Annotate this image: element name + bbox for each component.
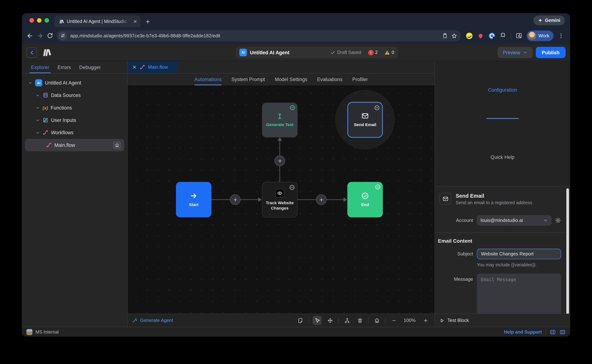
error-icon: ! [368,50,374,55]
add-step-button[interactable] [230,194,241,205]
mindstudio-logo[interactable] [42,48,52,57]
pan-tool[interactable] [326,316,335,325]
chevron-down-icon[interactable] [36,105,40,110]
home-flow-button[interactable] [113,141,121,150]
tree-item-workflows[interactable]: Workflows [22,126,127,139]
extension-1password-icon[interactable] [489,32,495,39]
tree-item-functions[interactable]: (x) Functions [22,102,127,114]
tab-profiler[interactable]: Profiler [352,74,368,85]
tab-evaluations[interactable]: Evaluations [317,74,342,85]
generate-agent-button[interactable]: Generate Agent [132,318,173,323]
flow-canvas[interactable]: Start Track Website Changes End [128,86,434,313]
account-settings-gear-icon[interactable] [555,217,561,223]
tree-item-main-flow[interactable]: Main.flow [25,139,124,151]
node-start[interactable]: Start [176,182,211,217]
scrollbar-thumb[interactable] [566,188,569,314]
chevron-down-icon[interactable] [28,80,33,85]
new-tab-button[interactable] [145,19,151,25]
tree-item-agent-root[interactable]: AI Untitled AI Agent [22,77,127,89]
tab-debugger[interactable]: Debugger [79,61,101,73]
error-counter[interactable]: ! 2 [368,50,378,55]
chevron-down-icon[interactable] [36,118,40,123]
auto-layout-tool[interactable] [342,316,352,325]
clipboard-icon[interactable] [442,33,448,39]
publish-button[interactable]: Publish [536,47,566,58]
file-tab-main-flow[interactable]: Main.flow [128,61,177,73]
tab-explorer[interactable]: Explorer [31,61,49,73]
collapse-node-icon[interactable] [375,184,381,190]
play-icon [440,318,444,323]
tab-close-icon[interactable] [133,19,138,24]
node-end[interactable]: End [347,182,383,217]
browser-tab[interactable]: Untitled AI Agent | MindStudio [54,15,140,27]
fit-view-tool[interactable] [372,316,381,325]
account-select[interactable]: louis@mindstudio.ai [477,215,552,226]
extension-banana-icon[interactable] [466,32,473,39]
draft-status: Draft Saved [330,50,361,55]
node-send-email[interactable]: Send Email [347,102,383,138]
test-block-button[interactable]: Test Block [435,313,570,327]
sparkle-icon [538,18,543,23]
chevron-down-icon[interactable] [36,130,40,135]
address-bar[interactable]: app.mindstudio.ai/agents/9937ce3e-b7e3-4… [57,30,461,41]
app-back-button[interactable] [26,47,37,58]
explorer-sidebar: Explorer Errors Debugger AI Untitled AI … [22,61,128,327]
tab-model-settings[interactable]: Model Settings [275,74,307,85]
statusbar-divider [546,328,546,335]
tab-system-prompt[interactable]: System Prompt [231,74,265,85]
inspector-scrollbar[interactable] [566,188,569,312]
message-textarea[interactable] [477,273,561,313]
gemini-badge[interactable]: Gemini [534,15,565,25]
subject-help: You may include {{variables}}. [477,262,561,268]
bookmark-star-icon[interactable] [451,32,457,39]
tab-configuration[interactable]: Configuration [488,61,517,119]
file-tab-bar: Main.flow [128,61,434,74]
sticky-note-tool[interactable] [296,316,305,325]
back-icon[interactable] [26,32,33,39]
profile-chip[interactable]: Work [527,30,553,41]
close-tab-icon[interactable] [132,65,137,69]
forward-icon[interactable] [37,32,43,39]
close-window-button[interactable] [30,18,34,23]
chevron-down-icon[interactable] [36,93,40,98]
zoom-window-button[interactable] [45,18,49,23]
node-generate-text[interactable]: Generate Text [262,103,298,137]
node-track-website-changes[interactable]: Track Website Changes [262,182,298,217]
delete-tool[interactable] [355,316,364,325]
workspace-name[interactable]: MS Internal [36,329,59,334]
arrowhead-up [278,137,282,141]
tab-automations[interactable]: Automations [194,74,222,85]
add-step-button[interactable] [275,156,285,166]
agent-icon: AI [239,49,247,56]
toggle-left-panel-icon[interactable] [559,329,566,335]
app-header: AI Untitled AI Agent Draft Saved ! 2 0 P… [22,44,570,61]
tab-errors[interactable]: Errors [58,61,71,73]
sidebar-tabs: Explorer Errors Debugger [22,61,127,74]
collapse-node-icon[interactable] [290,105,295,110]
minimize-window-button[interactable] [37,18,42,23]
zoom-in-button[interactable] [421,316,430,325]
extension-strawberry-icon[interactable] [477,32,484,39]
url-text: app.mindstudio.ai/agents/9937ce3e-b7e3-4… [70,33,439,38]
agent-title-bar[interactable]: AI Untitled AI Agent Draft Saved ! 2 0 [236,47,398,58]
reload-icon[interactable] [47,32,53,39]
tree-item-user-inputs[interactable]: User Inputs [22,114,127,126]
warning-counter[interactable]: 0 [384,50,394,55]
add-step-button[interactable] [316,194,327,205]
status-bar: MS Internal Help and Support [22,327,570,337]
help-and-support-link[interactable]: Help and Support [504,329,542,334]
collapse-node-icon[interactable] [374,105,380,110]
toggle-right-panel-icon[interactable] [550,329,556,335]
preview-button[interactable]: Preview [498,47,533,58]
select-tool[interactable] [313,316,322,325]
browser-menu-kebab-icon[interactable] [558,32,564,39]
tab-quick-help[interactable]: Quick Help [490,129,514,186]
extensions-puzzle-icon[interactable] [500,32,506,39]
tree-item-data-sources[interactable]: Data Sources [22,89,127,102]
subject-input[interactable] [477,249,561,259]
zoom-out-button[interactable] [389,316,398,325]
side-panel-search-icon[interactable] [516,32,522,39]
subject-label: Subject [435,251,473,257]
site-settings-icon[interactable] [59,32,67,40]
collapse-node-icon[interactable] [289,185,295,190]
